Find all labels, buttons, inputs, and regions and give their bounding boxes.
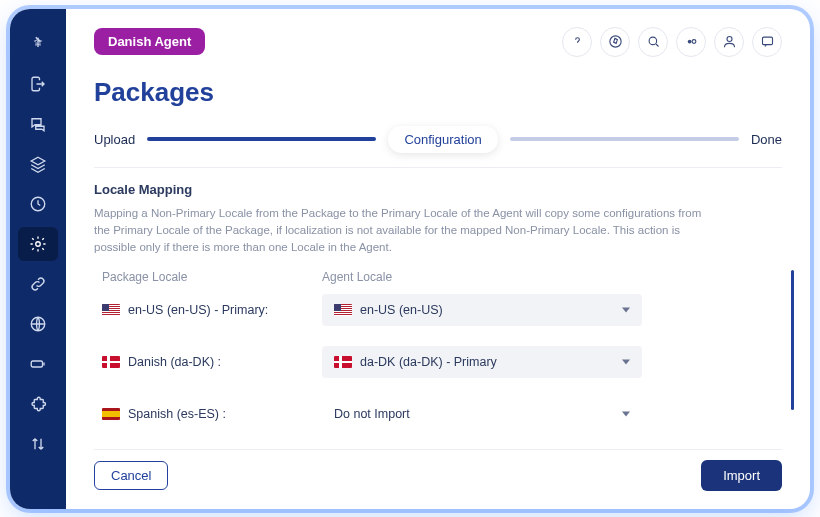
compass-icon xyxy=(608,34,623,49)
gear-icon xyxy=(29,235,47,253)
nav-globe[interactable] xyxy=(18,307,58,341)
package-locale-label: en-US (en-US) - Primary: xyxy=(128,303,268,317)
divider xyxy=(94,167,782,168)
agent-locale-select[interactable]: en-US (en-US) xyxy=(322,294,642,326)
user-button[interactable] xyxy=(714,27,744,57)
nav-layers[interactable] xyxy=(18,147,58,181)
svg-point-7 xyxy=(692,40,696,44)
column-package: Package Locale xyxy=(102,270,302,284)
main-content: Danish Agent Packages Upload Configurati… xyxy=(66,9,810,509)
nav-chat[interactable] xyxy=(18,107,58,141)
locale-mapping: Package Locale Agent Locale en-US (en-US… xyxy=(94,270,782,440)
svg-point-1 xyxy=(36,241,41,246)
pin-icon xyxy=(29,35,47,53)
column-agent: Agent Locale xyxy=(322,270,642,284)
package-locale: Danish (da-DK) : xyxy=(102,355,302,369)
import-button[interactable]: Import xyxy=(701,460,782,491)
chat-icon xyxy=(29,115,47,133)
agent-locale-value: da-DK (da-DK) - Primary xyxy=(360,355,497,369)
svg-point-6 xyxy=(687,40,691,44)
toggle-button[interactable] xyxy=(676,27,706,57)
svg-point-5 xyxy=(649,37,657,45)
agent-locale-value: Do not Import xyxy=(334,407,410,421)
dk-flag-icon xyxy=(102,356,120,368)
package-locale: en-US (en-US) - Primary: xyxy=(102,303,302,317)
svg-point-4 xyxy=(609,36,620,47)
mapping-headers: Package Locale Agent Locale xyxy=(94,270,782,284)
topbar: Danish Agent xyxy=(94,27,782,57)
agent-locale-select[interactable]: da-DK (da-DK) - Primary xyxy=(322,346,642,378)
layers-icon xyxy=(29,155,47,173)
globe-icon xyxy=(29,315,47,333)
clock-icon xyxy=(29,195,47,213)
agent-locale-value: en-US (en-US) xyxy=(360,303,443,317)
nav-sort[interactable] xyxy=(18,427,58,461)
search-icon xyxy=(646,34,661,49)
page-title: Packages xyxy=(94,77,782,108)
nav-settings[interactable] xyxy=(18,227,58,261)
chevron-down-icon xyxy=(622,360,630,365)
svg-rect-3 xyxy=(31,361,42,367)
puzzle-icon xyxy=(29,395,47,413)
us-flag-icon xyxy=(102,304,120,316)
app-frame: Danish Agent Packages Upload Configurati… xyxy=(10,9,810,509)
package-locale: Spanish (es-ES) : xyxy=(102,407,302,421)
nav-battery[interactable] xyxy=(18,347,58,381)
nav-link[interactable] xyxy=(18,267,58,301)
section-desc: Mapping a Non-Primary Locale from the Pa… xyxy=(94,205,714,257)
step-done: Done xyxy=(751,132,782,147)
step-line-1 xyxy=(147,137,376,141)
topbar-actions xyxy=(562,27,782,57)
nav-puzzle[interactable] xyxy=(18,387,58,421)
agent-locale-select[interactable]: Do not Import xyxy=(322,398,642,430)
step-upload: Upload xyxy=(94,132,135,147)
us-flag-icon xyxy=(334,304,352,316)
nav-clock[interactable] xyxy=(18,187,58,221)
svg-point-8 xyxy=(727,37,732,42)
svg-rect-9 xyxy=(762,37,772,45)
help-button[interactable] xyxy=(562,27,592,57)
footer-actions: Cancel Import xyxy=(94,449,782,491)
es-flag-icon xyxy=(102,408,120,420)
nav-exit[interactable] xyxy=(18,67,58,101)
scroll-indicator[interactable] xyxy=(791,270,794,410)
agent-tag: Danish Agent xyxy=(94,28,205,55)
sidebar xyxy=(10,9,66,509)
battery-icon xyxy=(29,355,47,373)
nav-pin[interactable] xyxy=(18,27,58,61)
user-icon xyxy=(722,34,737,49)
package-locale-label: Danish (da-DK) : xyxy=(128,355,221,369)
step-configuration: Configuration xyxy=(388,126,497,153)
cancel-button[interactable]: Cancel xyxy=(94,461,168,490)
dk-flag-icon xyxy=(334,356,352,368)
help-icon xyxy=(570,34,585,49)
message-button[interactable] xyxy=(752,27,782,57)
message-icon xyxy=(760,34,775,49)
table-row: en-US (en-US) - Primary: en-US (en-US) xyxy=(94,284,782,336)
section-title: Locale Mapping xyxy=(94,182,782,197)
table-row: Spanish (es-ES) : Do not Import xyxy=(94,388,782,440)
package-locale-label: Spanish (es-ES) : xyxy=(128,407,226,421)
toggle-icon xyxy=(684,34,699,49)
table-row: Danish (da-DK) : da-DK (da-DK) - Primary xyxy=(94,336,782,388)
link-icon xyxy=(29,275,47,293)
chevron-down-icon xyxy=(622,412,630,417)
exit-icon xyxy=(29,75,47,93)
chevron-down-icon xyxy=(622,308,630,313)
step-line-2 xyxy=(510,137,739,141)
search-button[interactable] xyxy=(638,27,668,57)
sort-icon xyxy=(29,435,47,453)
stepper: Upload Configuration Done xyxy=(94,126,782,153)
compass-button[interactable] xyxy=(600,27,630,57)
